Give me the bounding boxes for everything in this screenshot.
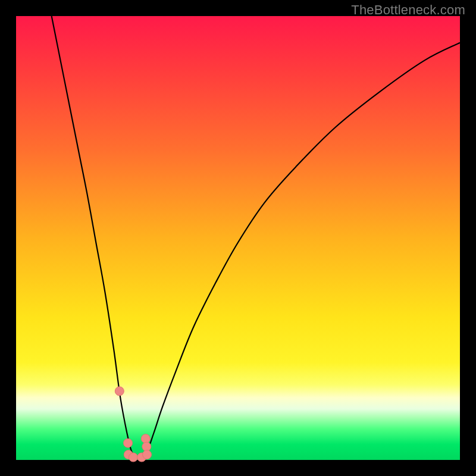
data-marker xyxy=(115,387,124,396)
watermark-text: TheBottleneck.com xyxy=(351,2,465,18)
bottleneck-chart xyxy=(0,0,476,476)
data-marker xyxy=(141,434,150,443)
data-marker xyxy=(123,439,132,447)
data-marker xyxy=(129,453,137,462)
data-marker xyxy=(143,450,152,459)
plot-background xyxy=(16,16,460,460)
chart-frame: TheBottleneck.com xyxy=(0,0,476,476)
data-marker xyxy=(142,442,151,451)
